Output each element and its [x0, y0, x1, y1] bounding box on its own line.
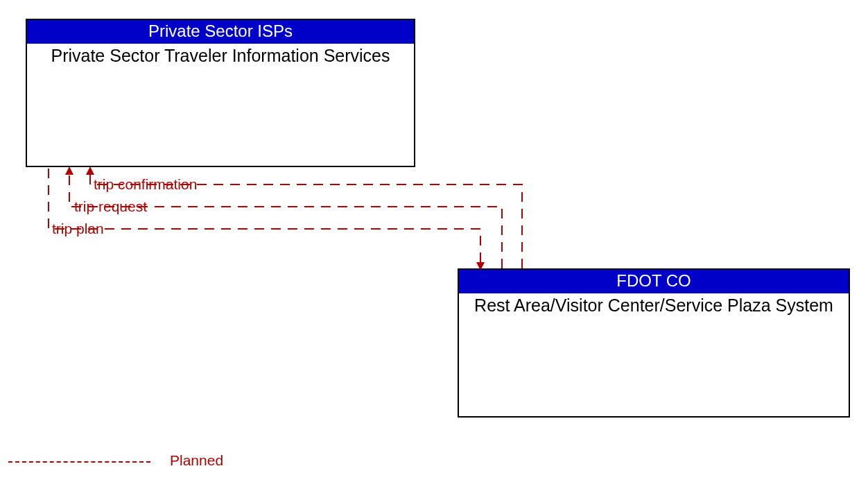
svg-marker-1: [65, 166, 73, 175]
entity-header-bottom: FDOT CO: [459, 270, 849, 293]
legend-label-planned: Planned: [170, 452, 223, 469]
entity-header-top: Private Sector ISPs: [27, 20, 414, 44]
flow-label-trip-plan: trip plan: [52, 221, 104, 237]
entity-body-top: Private Sector Traveler Information Serv…: [27, 44, 414, 69]
flow-label-trip-confirmation: trip confirmation: [94, 176, 197, 193]
svg-marker-2: [86, 166, 94, 175]
legend-line-planned: [8, 461, 150, 463]
entity-private-sector-isps: Private Sector ISPs Private Sector Trave…: [26, 19, 415, 167]
flow-label-trip-request: trip request: [74, 198, 147, 215]
entity-fdot-co: FDOT CO Rest Area/Visitor Center/Service…: [458, 268, 850, 418]
entity-body-bottom: Rest Area/Visitor Center/Service Plaza S…: [459, 293, 849, 318]
